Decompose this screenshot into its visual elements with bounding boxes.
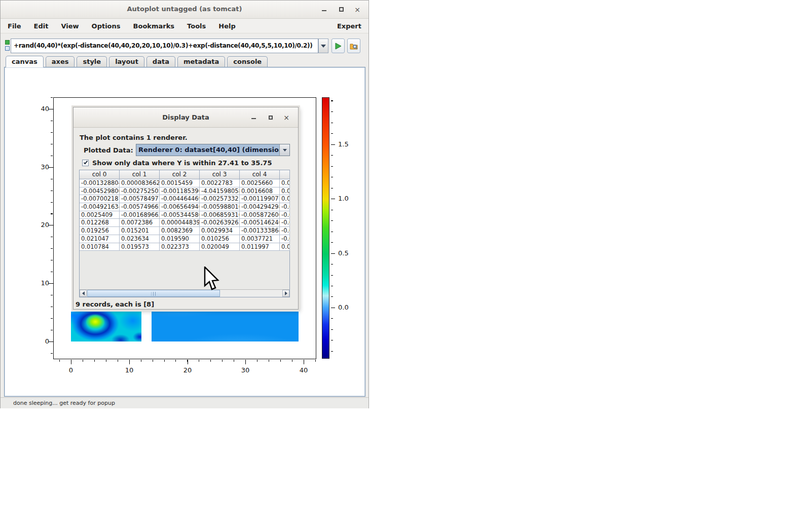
table-column-header[interactable]: col 3 <box>200 170 240 179</box>
x-axis-tick <box>245 360 246 364</box>
tab-console[interactable]: console <box>227 56 268 67</box>
table-cell[interactable]: -0.006859316... <box>200 211 240 219</box>
uri-dropdown-button[interactable] <box>318 39 328 53</box>
table-cell[interactable]: -0.002639263... <box>200 219 240 227</box>
table-cell[interactable]: -0.0 <box>280 227 290 235</box>
table-cell[interactable]: 0.023634 <box>120 235 160 243</box>
uri-input[interactable]: +rand(40,40)*(exp(-distance(40,40,20,20,… <box>11 39 318 53</box>
renderer-count-text: The plot contains 1 renderer. <box>80 134 188 141</box>
tab-axes[interactable]: axes <box>46 56 75 67</box>
table-cell[interactable]: -0.0 <box>280 211 290 219</box>
tab-canvas[interactable]: canvas <box>6 56 44 67</box>
filter-checkbox[interactable] <box>82 160 89 166</box>
table-cell[interactable]: 0.0022783 <box>200 179 240 187</box>
table-cell[interactable]: 0.012268 <box>80 219 120 227</box>
table-cell[interactable]: -0.002752505... <box>120 187 160 196</box>
table-cell[interactable]: -0.005146240... <box>240 219 280 227</box>
expert-mode-label[interactable]: Expert <box>337 22 361 30</box>
table-column-header[interactable] <box>280 170 290 179</box>
menu-file[interactable]: File <box>8 22 21 30</box>
menu-help[interactable]: Help <box>218 22 235 30</box>
table-cell[interactable]: 0.0025660 <box>240 179 280 187</box>
plot-go-button[interactable] <box>331 39 345 53</box>
autoplot-window: Autoplot untagged (as tomcat) × File Edi… <box>0 0 369 408</box>
table-cell[interactable]: 0.00 <box>280 195 290 203</box>
table-cell[interactable]: 0.000044839 <box>160 219 200 227</box>
table-cell[interactable]: -0.005872606... <box>240 211 280 219</box>
table-cell[interactable]: 0.00 <box>280 187 290 196</box>
table-cell[interactable]: -0.006564946... <box>160 203 200 211</box>
table-cell[interactable]: 0.0082369 <box>160 227 200 235</box>
table-cell[interactable]: -0.005988016... <box>200 203 240 211</box>
table-cell[interactable]: -0.004921634... <box>80 203 120 211</box>
table-cell[interactable]: 0.0016608 <box>240 187 280 196</box>
table-cell[interactable]: -0.001199077... <box>240 195 280 203</box>
table-cell[interactable]: -0.004464469... <box>160 195 200 203</box>
table-cell[interactable]: 0.0072386 <box>120 219 160 227</box>
menu-edit[interactable]: Edit <box>34 22 49 30</box>
table-cell[interactable]: -0.0 <box>280 219 290 227</box>
menu-bookmarks[interactable]: Bookmarks <box>133 22 175 30</box>
table-cell[interactable]: 0.0029934 <box>200 227 240 235</box>
table-cell[interactable]: -0.001333864... <box>240 227 280 235</box>
table-cell[interactable]: -0.004529800... <box>80 187 120 196</box>
menu-view[interactable]: View <box>61 22 79 30</box>
scroll-left-button[interactable] <box>80 290 87 297</box>
table-column-header[interactable]: col 1 <box>120 170 160 179</box>
table-column-header[interactable]: col 0 <box>80 170 120 179</box>
inspect-uri-button[interactable] <box>347 39 360 53</box>
window-close-button[interactable]: × <box>353 6 361 14</box>
table-cell[interactable]: 0.0025409 <box>80 211 120 219</box>
filter-label: Show only data where Y is within 27.41 t… <box>92 159 272 167</box>
table-cell[interactable]: -0.007002187... <box>80 195 120 203</box>
table-cell[interactable]: -0.004294298... <box>240 203 280 211</box>
tab-data[interactable]: data <box>146 56 175 67</box>
table-cell[interactable]: -0.001689662... <box>120 211 160 219</box>
menu-options[interactable]: Options <box>92 22 121 30</box>
table-cell[interactable]: 0.019590 <box>160 235 200 243</box>
window-maximize-button[interactable] <box>337 6 345 14</box>
table-cell[interactable]: 0.020049 <box>200 243 240 251</box>
table-column-header[interactable]: col 4 <box>240 170 280 179</box>
tab-metadata[interactable]: metadata <box>177 56 225 67</box>
table-cell[interactable]: -0.0 <box>280 203 290 211</box>
colorbar-minor-ticks <box>331 97 333 359</box>
table-cell[interactable]: 0.019573 <box>120 243 160 251</box>
menu-tools[interactable]: Tools <box>187 22 206 30</box>
scroll-right-button[interactable] <box>282 290 289 297</box>
tab-style[interactable]: style <box>77 56 107 67</box>
scrollbar-thumb[interactable] <box>87 290 220 297</box>
table-cell[interactable]: -0.0 <box>280 235 290 243</box>
table-cell[interactable]: 0.0015459 <box>160 179 200 187</box>
table-cell[interactable]: 0.019256 <box>80 227 120 235</box>
table-cell[interactable]: -0.001185396... <box>160 187 200 196</box>
table-cell[interactable]: -4.041598058... <box>200 187 240 196</box>
table-cell[interactable]: 0.00 <box>280 243 290 251</box>
table-cell[interactable]: 0.000083662 <box>120 179 160 187</box>
table-cell[interactable]: -0.005784977... <box>120 195 160 203</box>
table-cell[interactable]: -0.002573321... <box>200 195 240 203</box>
horizontal-scrollbar[interactable] <box>80 289 289 297</box>
table-cell[interactable]: -0.005749665... <box>120 203 160 211</box>
renderer-select-arrow[interactable] <box>279 144 289 156</box>
tab-layout[interactable]: layout <box>109 56 144 67</box>
table-cell[interactable]: 0.010256 <box>200 235 240 243</box>
renderer-select[interactable]: Renderer 0: dataset[40,40] (dimension... <box>136 144 290 156</box>
dialog-maximize-button[interactable] <box>269 114 273 121</box>
window-titlebar[interactable]: Autoplot untagged (as tomcat) × <box>1 1 368 19</box>
table-cell[interactable]: -0.005344580... <box>160 211 200 219</box>
table-cell[interactable]: 0.00 <box>280 179 290 187</box>
chevron-down-icon <box>321 45 326 48</box>
table-cell[interactable]: 0.015201 <box>120 227 160 235</box>
table-cell[interactable]: 0.011997 <box>240 243 280 251</box>
dialog-titlebar[interactable]: Display Data × <box>73 107 298 128</box>
table-cell[interactable]: 0.022373 <box>160 243 200 251</box>
window-minimize-button[interactable] <box>320 6 328 14</box>
dialog-minimize-button[interactable] <box>251 114 256 121</box>
table-cell[interactable]: 0.010784 <box>80 243 120 251</box>
table-cell[interactable]: 0.0037721 <box>240 235 280 243</box>
table-cell[interactable]: 0.021047 <box>80 235 120 243</box>
dialog-close-button[interactable]: × <box>283 114 289 121</box>
table-cell[interactable]: -0.001328804... <box>80 179 120 187</box>
table-column-header[interactable]: col 2 <box>160 170 200 179</box>
